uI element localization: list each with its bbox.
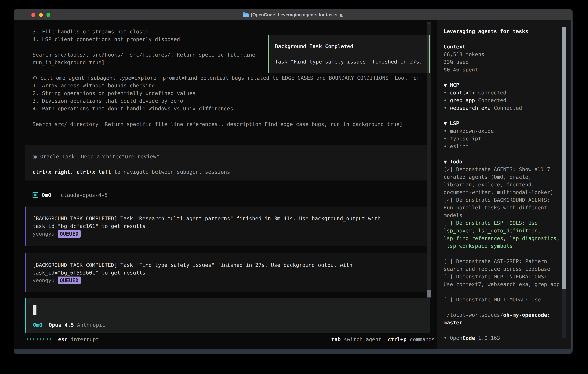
main-scrollbar-cap (427, 22, 431, 24)
lsp-item-name: eslint (450, 143, 469, 149)
toast-body: Task "Find type safety issues" finished … (275, 58, 429, 65)
task2-queued-badge: QUEUED (58, 277, 81, 284)
scrollback-search-prompt: Search src/tools/, src/hooks/, src/featu… (32, 51, 255, 66)
mcp-item-status: Connected (475, 97, 506, 103)
version-number: 1.0.163 (475, 335, 500, 341)
tab-key-hint: tab (331, 335, 341, 343)
workspace-path-prefix: ~/local-workspaces/ (444, 312, 503, 318)
task1-user: yeongyu (32, 231, 54, 237)
version-name-dim: Open (450, 335, 462, 341)
input-agent-name: OmO (33, 321, 42, 329)
workspace-path: ~/local-workspaces/oh-my-opencode: (444, 311, 562, 319)
context-tokens: 66,518 tokens (444, 51, 562, 58)
mcp-item-context7: • context7 Connected (444, 89, 562, 96)
lsp-header-label: LSP (450, 120, 459, 126)
scrollback-search-src: Search src/ directory. Return specific f… (32, 120, 403, 128)
context-header: Context (444, 43, 562, 51)
todo-section-header[interactable]: ▼Todo (444, 158, 562, 166)
status-dot-icon: • (444, 143, 447, 149)
oracle-task-title: Oracle Task "Deep architecture review" (37, 154, 159, 159)
status-dot-icon: • (444, 105, 447, 111)
opencode-version: • OpenCode 1.0.163 (444, 334, 562, 342)
lsp-item-name: markdown-oxide (450, 128, 494, 134)
main-scrollbar-thumb[interactable] (427, 290, 431, 298)
spinner-dots-icon (27, 338, 51, 341)
todo-header-label: Todo (450, 159, 462, 165)
status-dot-icon: • (444, 136, 447, 142)
close-button[interactable] (32, 13, 35, 17)
mcp-item-name: context7 (450, 90, 475, 96)
mcp-header-label: MCP (450, 82, 459, 88)
minimize-button[interactable] (39, 13, 43, 17)
agent-name: OmO (42, 191, 51, 199)
status-dot-icon: • (444, 97, 447, 103)
lsp-section-header[interactable]: ▼LSP (444, 119, 562, 127)
input-provider-name: Anthropic (77, 321, 105, 329)
opencode-terminal-window: [OpenCode] Leveraging agents for tasks ◐… (14, 10, 573, 353)
lsp-item-name: typescript (450, 136, 481, 142)
workspace-branch: master (444, 319, 562, 326)
background-task-message-1: [BACKGROUND TASK COMPLETED] Task "Resear… (25, 207, 427, 246)
esc-action-label: interrupt (68, 335, 99, 343)
toast-title: Background Task Completed (275, 42, 429, 50)
window-bottom-frame (14, 349, 573, 353)
status-dot-icon: • (444, 128, 447, 134)
mcp-section-header[interactable]: ▼MCP (444, 81, 562, 89)
desktop: [OpenCode] Leveraging agents for tasks ◐… (0, 0, 588, 374)
sidebar-scrollbar-thumb[interactable] (562, 27, 566, 289)
gear-icon: ⚙ (32, 75, 37, 81)
agent-model: claude-opus-4-5 (61, 191, 108, 199)
window-title-group: [OpenCode] Leveraging agents for tasks ◐ (243, 12, 344, 18)
todo-item-agents: [✓] Demonstrate AGENTS: Show all 7curate… (444, 166, 562, 196)
ctrlp-key-hint: ctrl+p (388, 335, 407, 343)
call-omo-agent-block: ⚙ call_omo_agent [subagent_type=explore,… (32, 74, 420, 112)
todo-item-ast-grep: [ ] Demonstrate AST-GREP: Patternsearch … (444, 258, 562, 273)
background-task-toast: Background Task Completed Task "Find typ… (268, 35, 430, 73)
window-titlebar: [OpenCode] Leveraging agents for tasks ◐ (14, 10, 573, 21)
mcp-item-name: grep_app (450, 97, 475, 103)
lsp-item-markdown-oxide: • markdown-oxide (444, 127, 562, 135)
todo-item-mcp-integrations: [ ] Demonstrate MCP INTEGRATIONS:Use con… (444, 273, 562, 288)
text-cursor (33, 305, 36, 315)
context-used: 33% used (444, 58, 562, 66)
subagent-nav-shortcut: ctrl+x right, ctrl+x left (32, 169, 111, 175)
ctrlp-action-label: commands (407, 335, 435, 343)
session-half-circle-icon: ◐ (340, 12, 344, 18)
sidebar-scrollbar-track[interactable] (562, 289, 566, 338)
lsp-item-eslint: • eslint (444, 143, 562, 150)
task1-queued-badge: QUEUED (58, 230, 81, 238)
zoom-button[interactable] (46, 13, 50, 17)
agent-header: OmO · claude-opus-4-5 (32, 191, 108, 199)
chevron-down-icon: ▼ (444, 158, 450, 166)
fisheye-icon: ◉ (32, 154, 37, 159)
agent-separator: · (51, 191, 61, 199)
prompt-input[interactable]: OmO Opus 4.5 Anthropic (25, 298, 430, 333)
status-dot-icon: • (444, 335, 447, 341)
status-dot-icon: • (444, 90, 447, 96)
session-sidebar: Leveraging agents for tasks Context 66,5… (444, 28, 562, 342)
esc-key-hint: esc (58, 335, 68, 343)
mcp-item-websearch-exa: • websearch_exa Connected (444, 104, 562, 112)
status-bar: esc interrupt tab switch agent ctrl+p co… (27, 335, 435, 343)
mcp-item-status: Connected (475, 90, 506, 96)
search-src-line: Search src/ directory. Return specific f… (32, 120, 403, 128)
status-right: tab switch agent ctrl+p commands (331, 335, 435, 343)
context-spent: $0.46 spent (444, 66, 562, 73)
todo-item-multimodal: [ ] Demonstrate MULTIMODAL: Use (444, 296, 562, 303)
status-gap (381, 335, 388, 343)
todo-item-background-agents: [✓] Demonstrate BACKGROUND AGENTS:Run pa… (444, 196, 562, 219)
chevron-down-icon: ▼ (444, 82, 450, 89)
traffic-lights (32, 10, 50, 21)
main-scrollbar-track[interactable] (427, 24, 431, 297)
folder-icon (243, 13, 249, 17)
scrollback-leak-list: 3. File handles or streams not closed4. … (32, 28, 180, 43)
status-left: esc interrupt (27, 335, 99, 343)
mcp-item-name: websearch_exa (450, 105, 491, 111)
todo-item-lsp-tools: [ ] Demonstrate LSP TOOLS: Uselsp_hover,… (444, 219, 562, 250)
model-indicator-row: OmO Opus 4.5 Anthropic (33, 321, 105, 329)
edge-case-list: 1. Array access without bounds checking2… (32, 82, 420, 112)
mcp-item-grep-app: • grep_app Connected (444, 96, 562, 104)
mcp-item-status: Connected (491, 105, 522, 111)
task1-body: [BACKGROUND TASK COMPLETED] Task "Resear… (32, 215, 427, 230)
session-title: Leveraging agents for tasks (444, 28, 562, 35)
